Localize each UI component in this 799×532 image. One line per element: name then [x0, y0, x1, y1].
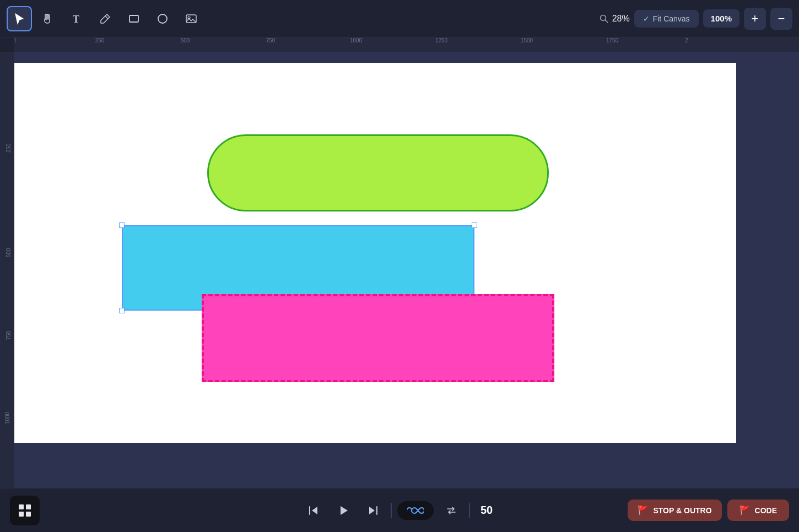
stop-outro-button[interactable]: 🚩 STOP & OUTRO: [628, 500, 721, 521]
ruler-tick-1750: 1750: [606, 37, 618, 44]
ruler-tick-1000: 1000: [350, 37, 362, 44]
playback-divider-1: [391, 503, 392, 518]
shape-green-pill[interactable]: [207, 134, 549, 211]
ruler-v-tick-1000: 1000: [4, 412, 10, 424]
ruler-tick-1500: 1500: [521, 37, 533, 44]
zoom-display: 28%: [612, 14, 630, 24]
toolbar-right: 28% ✓ Fit Canvas 100% + −: [599, 8, 792, 30]
handle-bottom-left[interactable]: [119, 308, 125, 313]
ruler-tick-250: 250: [95, 37, 105, 44]
ruler-v-tick-500: 500: [6, 248, 12, 258]
ruler-tick-750: 750: [266, 37, 276, 44]
ruler-tick-2000: 2: [685, 37, 688, 44]
bottom-right-buttons: 🚩 STOP & OUTRO 🚩 CODE: [628, 500, 789, 521]
stop-outro-flag-icon: 🚩: [638, 505, 649, 515]
svg-rect-6: [19, 504, 24, 509]
playback-divider-2: [469, 503, 470, 518]
play-button[interactable]: [331, 498, 355, 523]
hand-tool-button[interactable]: [35, 6, 61, 31]
ruler-tick-500: 500: [181, 37, 190, 44]
repeat-button[interactable]: [439, 498, 463, 523]
ruler-v-tick-750: 750: [6, 331, 12, 340]
code-flag-icon: 🚩: [739, 505, 751, 515]
shape-pink-rect[interactable]: [202, 294, 554, 382]
ellipse-tool-button[interactable]: [150, 6, 175, 31]
bottom-bar: 50 🚩 STOP & OUTRO 🚩 CODE: [0, 488, 799, 532]
handle-top-left[interactable]: [119, 222, 125, 228]
frame-count: 50: [476, 504, 498, 517]
canvas-container[interactable]: [14, 52, 799, 488]
zoom-minus-button[interactable]: −: [770, 8, 792, 30]
select-tool-button[interactable]: [7, 6, 32, 31]
fit-canvas-check: ✓: [643, 14, 650, 23]
fit-canvas-label: Fit Canvas: [653, 14, 690, 23]
svg-rect-9: [26, 512, 31, 517]
ruler-tick-0: 0: [14, 37, 16, 44]
loop-button[interactable]: [397, 501, 434, 520]
svg-rect-8: [19, 512, 24, 517]
handle-top-right[interactable]: [472, 222, 477, 228]
ruler-v-tick-250: 250: [6, 144, 12, 153]
grid-overview-button[interactable]: [10, 496, 40, 525]
code-button[interactable]: 🚩 CODE: [727, 500, 789, 521]
zoom-search: 28%: [599, 14, 630, 24]
main-row: 250 500 750 1000: [0, 52, 799, 488]
svg-text:T: T: [73, 14, 79, 25]
svg-point-2: [158, 14, 167, 23]
rect-tool-button[interactable]: [121, 6, 147, 31]
code-label: CODE: [755, 506, 777, 515]
playback-controls: 50: [301, 498, 498, 523]
pen-tool-button[interactable]: [93, 6, 118, 31]
canvas-area: 0 250 500 750 1000 1250 1500 1750 2 250 …: [0, 37, 799, 488]
image-tool-button[interactable]: [179, 6, 204, 31]
fit-canvas-button[interactable]: ✓ Fit Canvas: [634, 10, 699, 28]
skip-back-button[interactable]: [301, 498, 326, 523]
ruler-horizontal: 0 250 500 750 1000 1250 1500 1750 2: [14, 37, 799, 52]
svg-rect-7: [26, 504, 31, 509]
canvas-white: [14, 63, 736, 443]
zoom-plus-button[interactable]: +: [744, 8, 766, 30]
toolbar: T 28% ✓: [0, 0, 799, 37]
skip-forward-button[interactable]: [361, 498, 385, 523]
zoom-percent-button[interactable]: 100%: [703, 9, 739, 28]
ruler-vertical: 250 500 750 1000: [0, 52, 14, 488]
stop-outro-label: STOP & OUTRO: [653, 506, 711, 515]
svg-rect-1: [129, 15, 138, 22]
text-tool-button[interactable]: T: [64, 6, 89, 31]
ruler-tick-1250: 1250: [435, 37, 447, 44]
